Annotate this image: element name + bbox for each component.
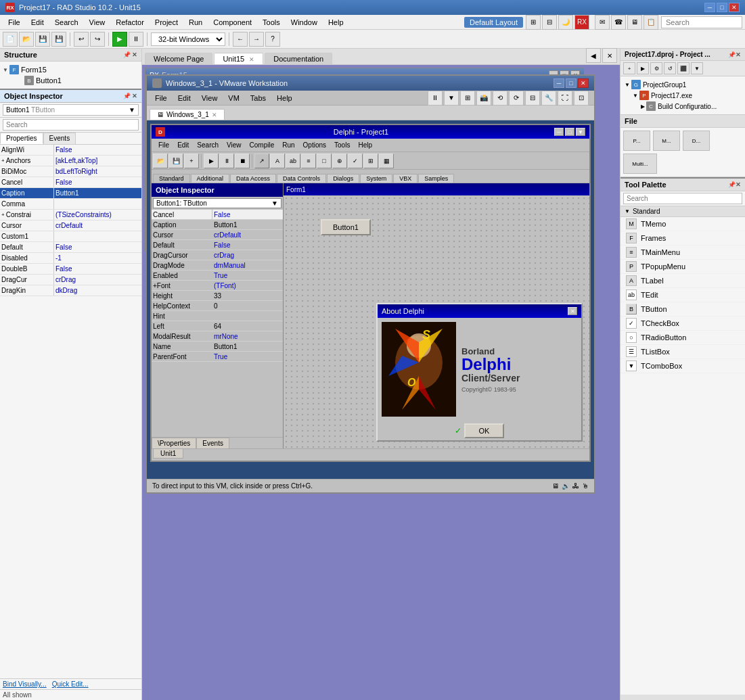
d-prop-parentfont[interactable]: ParentFont True (152, 352, 283, 362)
vm-tb-7[interactable]: ⊟ (525, 91, 540, 106)
tree-item-button1[interactable]: B Button1 (3, 75, 139, 86)
tab-events[interactable]: Events (43, 133, 76, 144)
object-selector[interactable]: Button1 TButton ▼ (3, 104, 139, 116)
menu-view[interactable]: View (84, 17, 111, 28)
structure-pin-icon[interactable]: 📌 (123, 51, 131, 58)
d-comp-tab-samples[interactable]: Samples (418, 174, 454, 183)
vm-tb-3[interactable]: ⊞ (460, 91, 475, 106)
prop-anchors[interactable]: +Anchors[akLeft,akTop] (0, 156, 141, 166)
vm-menu-help[interactable]: Help (271, 93, 298, 103)
prop-caption[interactable]: CaptionButton1 (0, 188, 141, 199)
palette-item-tpopupmenu[interactable]: P TPopupMenu (620, 260, 745, 274)
d-prop-enabled[interactable]: Enabled True (152, 271, 283, 281)
delphi-form-button1[interactable]: Button1 (321, 219, 371, 235)
d-comp-tab-data-controls[interactable]: Data Controls (277, 174, 326, 183)
vm-tb-9[interactable]: ⛶ (558, 91, 572, 106)
toolbar-btn-c[interactable]: ? (265, 32, 280, 47)
d-tb-9[interactable]: ⊕ (332, 154, 347, 168)
d-tb-8[interactable]: □ (317, 154, 332, 168)
palette-item-frames[interactable]: F Frames (620, 231, 745, 246)
pm-btn6[interactable]: ▼ (691, 62, 703, 74)
palette-item-tbutton[interactable]: B TButton (620, 302, 745, 317)
new-btn[interactable]: 📄 (3, 32, 18, 47)
prop-dragkin[interactable]: DragKindkDrag (0, 285, 141, 296)
proj-item-config[interactable]: ▶ C Build Configuratio... (623, 101, 742, 112)
vm-tb-4[interactable]: 📸 (476, 91, 491, 106)
d-menu-edit[interactable]: Edit (173, 141, 193, 149)
prop-comma[interactable]: Comma (0, 199, 141, 210)
close-button[interactable]: ✕ (729, 3, 740, 12)
bind-visually-link[interactable]: Bind Visually... (3, 680, 47, 688)
prop-dragcur[interactable]: DragCurcrDrag (0, 275, 141, 285)
d-menu-view[interactable]: View (223, 141, 246, 149)
layout-btn-1[interactable]: ⊞ (526, 15, 541, 30)
d-tb-7[interactable]: ≡ (301, 154, 316, 168)
tab-bar-btn-right[interactable]: ✕ (602, 48, 617, 63)
vm-tb-8[interactable]: 🔧 (541, 91, 556, 106)
thumb-m[interactable]: M... (653, 131, 680, 151)
d-prop-default[interactable]: Default False (152, 240, 283, 250)
vm-tb-6[interactable]: ⟳ (509, 91, 524, 106)
tp-pin-icon[interactable]: 📌 (728, 181, 736, 188)
vm-body[interactable]: D Delphi - Project1 ─ □ ▼ File Edit Sear… (147, 120, 594, 479)
d-prop-height[interactable]: Height 33 (152, 291, 283, 301)
prop-cursor[interactable]: CursorcrDefault (0, 220, 141, 231)
tree-item-form15[interactable]: ▼ F Form15 (3, 64, 139, 75)
d-comp-tab-dialogs[interactable]: Dialogs (327, 174, 359, 183)
palette-item-tcheckbox[interactable]: ✓ TCheckBox (620, 317, 745, 331)
d-menu-help[interactable]: Help (354, 141, 376, 149)
d-prop-modalresult[interactable]: ModalResult mrNone (152, 331, 283, 342)
menu-project[interactable]: Project (150, 17, 183, 28)
vm-menu-tabs[interactable]: Tabs (245, 93, 271, 103)
menu-tools[interactable]: Tools (257, 17, 286, 28)
d-tb-1[interactable]: 📂 (153, 154, 168, 168)
save-btn[interactable]: 💾 (35, 32, 50, 47)
pm-btn2[interactable]: ▶ (637, 62, 649, 74)
menu-refactor[interactable]: Refactor (110, 17, 150, 28)
delphi-minimize-btn[interactable]: ─ (554, 128, 564, 136)
palette-item-tedit[interactable]: ab TEdit (620, 288, 745, 302)
palette-item-tcombobox[interactable]: ▼ TComboBox (620, 359, 745, 373)
d-comp-tab-data-access[interactable]: Data Access (230, 174, 276, 183)
menu-help[interactable]: Help (323, 17, 349, 28)
palette-item-tradiobutton[interactable]: ○ TRadioButton (620, 331, 745, 345)
tp-close-icon[interactable]: ✕ (736, 181, 741, 188)
prop-cancel[interactable]: CancelFalse (0, 177, 141, 188)
object-inspector-search-input[interactable] (3, 119, 139, 131)
proj-item-exe[interactable]: ▼ P Project17.exe (623, 90, 742, 101)
d-menu-options[interactable]: Options (299, 141, 330, 149)
vm-close-btn[interactable]: ✕ (578, 78, 589, 88)
vm-tb-2[interactable]: ▼ (444, 91, 459, 106)
menu-run[interactable]: Run (183, 17, 208, 28)
pm-pin-icon[interactable]: 📌 (728, 51, 736, 58)
d-prop-font[interactable]: +Font (TFont) (152, 281, 283, 291)
vm-menu-edit[interactable]: Edit (173, 93, 196, 103)
d-comp-tab-vbx[interactable]: VBX (393, 174, 417, 183)
oi-pin-icon[interactable]: 📌 (123, 93, 131, 99)
layout-selector[interactable]: Default Layout (464, 17, 523, 28)
prop-bidimoc[interactable]: BiDiMocbdLeftToRight (0, 166, 141, 177)
d-comp-tab-system[interactable]: System (360, 174, 392, 183)
delphi-unit1-tab[interactable]: Unit1 (153, 449, 183, 459)
save-all-btn[interactable]: 💾 (51, 32, 66, 47)
top-toolbar-btn-3[interactable]: 🖥 (627, 15, 642, 30)
d-oi-tab-events[interactable]: Events (196, 438, 229, 448)
pm-btn5[interactable]: ⬛ (677, 62, 690, 74)
pause-btn[interactable]: ⏸ (129, 32, 143, 47)
d-oi-tab-properties[interactable]: \Properties (152, 438, 196, 448)
d-tb-11[interactable]: ⊞ (363, 154, 378, 168)
prop-default[interactable]: DefaultFalse (0, 242, 141, 253)
top-toolbar-btn-2[interactable]: ☎ (611, 15, 626, 30)
tab-bar-btn-left[interactable]: ◀ (586, 48, 601, 63)
menu-file[interactable]: File (3, 17, 26, 28)
palette-item-tlabel[interactable]: A TLabel (620, 274, 745, 288)
prop-custom1[interactable]: Custom1 (0, 231, 141, 242)
d-prop-dragcursor[interactable]: DragCursor crDrag (152, 250, 283, 260)
pm-btn1[interactable]: + (623, 62, 635, 74)
thumb-d[interactable]: D... (683, 131, 710, 151)
prop-constrai[interactable]: +Constrai(TSizeConstraints) (0, 210, 141, 220)
d-prop-left[interactable]: Left 64 (152, 321, 283, 331)
vm-maximize-btn[interactable]: □ (566, 78, 577, 88)
d-tb-12[interactable]: ▦ (379, 154, 394, 168)
toolbar-btn-a[interactable]: ← (233, 32, 248, 47)
